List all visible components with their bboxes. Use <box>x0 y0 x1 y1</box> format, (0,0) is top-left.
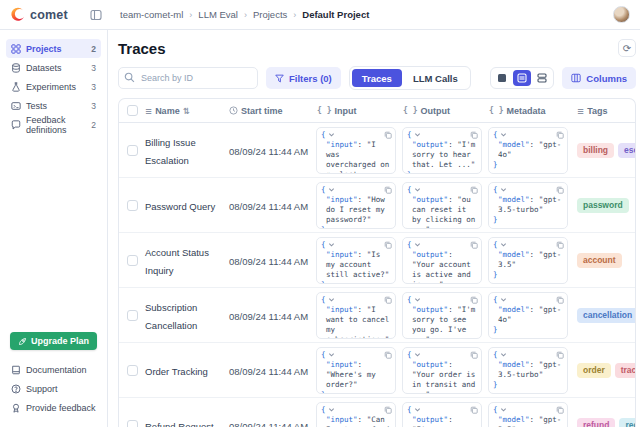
upgrade-plan-button[interactable]: Upgrade Plan <box>10 332 97 350</box>
expand-chevron-icon[interactable] <box>414 131 421 138</box>
table-row[interactable]: Account Status Inquiry 08/09/24 11:44 AM… <box>119 233 635 288</box>
expand-chevron-icon[interactable] <box>500 241 507 248</box>
tag-order[interactable]: order <box>577 363 611 378</box>
database-icon <box>11 63 21 73</box>
user-avatar[interactable] <box>613 6 630 23</box>
columns-button[interactable]: Columns <box>562 67 636 89</box>
select-all-checkbox[interactable] <box>127 105 138 116</box>
table-row[interactable]: Order Tracking 08/09/24 11:44 AM { "inpu… <box>119 343 635 398</box>
tab-traces[interactable]: Traces <box>352 69 402 87</box>
expand-chevron-icon[interactable] <box>414 241 421 248</box>
copy-icon[interactable] <box>470 406 478 417</box>
copy-icon[interactable] <box>556 241 564 252</box>
tag-refund[interactable]: refund <box>577 418 615 427</box>
breadcrumb-section[interactable]: LLM Eval <box>198 9 238 20</box>
award-icon <box>11 403 21 413</box>
copy-icon[interactable] <box>556 131 564 142</box>
comet-logo[interactable]: comet <box>10 7 88 22</box>
tag-request[interactable]: request <box>619 418 635 427</box>
input-json-cell: { "input": "Is my account still active?"… <box>316 237 396 284</box>
tag-account[interactable]: account <box>577 253 622 268</box>
copy-icon[interactable] <box>556 296 564 307</box>
sidebar-item-projects[interactable]: Projects 2 <box>6 39 101 58</box>
row-checkbox[interactable] <box>127 310 138 321</box>
row-checkbox[interactable] <box>127 420 138 427</box>
row-checkbox[interactable] <box>127 255 138 266</box>
expand-chevron-icon[interactable] <box>414 351 421 358</box>
tag-escalation[interactable]: escalation <box>618 143 635 158</box>
copy-icon[interactable] <box>556 406 564 417</box>
copy-icon[interactable] <box>556 351 564 362</box>
copy-icon[interactable] <box>470 351 478 362</box>
sidebar-item-support[interactable]: Support <box>6 379 101 398</box>
copy-icon[interactable] <box>470 186 478 197</box>
copy-icon[interactable] <box>384 186 392 197</box>
copy-icon[interactable] <box>384 296 392 307</box>
expand-chevron-icon[interactable] <box>328 241 335 248</box>
tag-password[interactable]: password <box>577 198 629 213</box>
breadcrumb-workspace[interactable]: team-comet-ml <box>120 9 183 20</box>
sidebar-item-tests[interactable]: Tests 3 <box>6 96 101 115</box>
column-header-start-time: Start time <box>229 106 313 116</box>
copy-icon[interactable] <box>556 186 564 197</box>
expand-chevron-icon[interactable] <box>500 296 507 303</box>
row-height-medium-button[interactable] <box>513 70 531 86</box>
tag-billing[interactable]: billing <box>577 143 614 158</box>
expand-chevron-icon[interactable] <box>500 186 507 193</box>
row-height-small-button[interactable] <box>493 70 511 86</box>
tag-tracking[interactable]: tracking <box>615 363 635 378</box>
expand-chevron-icon[interactable] <box>328 296 335 303</box>
expand-chevron-icon[interactable] <box>414 186 421 193</box>
sort-icon[interactable]: ⇅ <box>183 106 190 116</box>
breadcrumb-projects[interactable]: Projects <box>253 9 287 20</box>
sidebar-item-provide-feedback[interactable]: Provide feedback <box>6 398 101 417</box>
expand-chevron-icon[interactable] <box>500 131 507 138</box>
logo-wordmark: comet <box>30 8 68 22</box>
sidebar-item-count: 2 <box>91 44 96 54</box>
upgrade-plan-label: Upgrade Plan <box>31 336 89 346</box>
sidebar-item-documentation[interactable]: Documentation <box>6 360 101 379</box>
page-title: Traces <box>118 40 166 57</box>
table-row[interactable]: Billing Issue Escalation 08/09/24 11:44 … <box>119 123 635 178</box>
column-header-output: { } Output <box>399 106 485 116</box>
refresh-button[interactable]: ⟳ <box>618 39 636 57</box>
copy-icon[interactable] <box>384 351 392 362</box>
sidebar-item-datasets[interactable]: Datasets 3 <box>6 58 101 77</box>
copy-icon[interactable] <box>470 131 478 142</box>
expand-chevron-icon[interactable] <box>414 406 421 413</box>
copy-icon[interactable] <box>384 406 392 417</box>
footer-item-label: Provide feedback <box>26 403 96 413</box>
expand-chevron-icon[interactable] <box>328 406 335 413</box>
search-input[interactable] <box>118 67 258 89</box>
copy-icon[interactable] <box>470 241 478 252</box>
breadcrumb-current-project: Default Project <box>302 9 369 20</box>
filters-label: Filters (0) <box>289 73 332 84</box>
filters-button[interactable]: Filters (0) <box>266 67 341 89</box>
copy-icon[interactable] <box>384 131 392 142</box>
row-checkbox[interactable] <box>127 145 138 156</box>
table-row[interactable]: Subscription Cancellation 08/09/24 11:44… <box>119 288 635 343</box>
expand-chevron-icon[interactable] <box>328 351 335 358</box>
table-row[interactable]: Refund Request 08/09/24 11:44 AM { "inpu… <box>119 398 635 427</box>
expand-chevron-icon[interactable] <box>328 186 335 193</box>
row-checkbox[interactable] <box>127 200 138 211</box>
expand-chevron-icon[interactable] <box>500 351 507 358</box>
table-row[interactable]: Password Query 08/09/24 11:44 AM { "inpu… <box>119 178 635 233</box>
row-checkbox[interactable] <box>127 365 138 376</box>
expand-chevron-icon[interactable] <box>414 296 421 303</box>
sidebar-toggle-icon[interactable] <box>88 7 104 23</box>
row-height-large-button[interactable] <box>533 70 551 86</box>
expand-chevron-icon[interactable] <box>500 406 507 413</box>
sidebar-item-feedback-definitions[interactable]: Feedback definitions 2 <box>6 115 101 134</box>
copy-icon[interactable] <box>384 241 392 252</box>
column-header-name[interactable]: ≡ Name ⇅ <box>145 106 229 116</box>
sidebar: Projects 2 Datasets 3 Experiments 3 Test… <box>0 30 108 427</box>
sidebar-item-experiments[interactable]: Experiments 3 <box>6 77 101 96</box>
tab-llm-calls[interactable]: LLM Calls <box>403 69 468 87</box>
tag-cancellation[interactable]: cancellation <box>577 308 635 323</box>
input-json-cell: { "input": "Where's my order?" } <box>316 347 396 394</box>
copy-icon[interactable] <box>470 296 478 307</box>
traces-table: ≡ Name ⇅ Start time { } Input { } Output… <box>118 98 636 427</box>
density-small-icon <box>497 73 507 83</box>
expand-chevron-icon[interactable] <box>328 131 335 138</box>
